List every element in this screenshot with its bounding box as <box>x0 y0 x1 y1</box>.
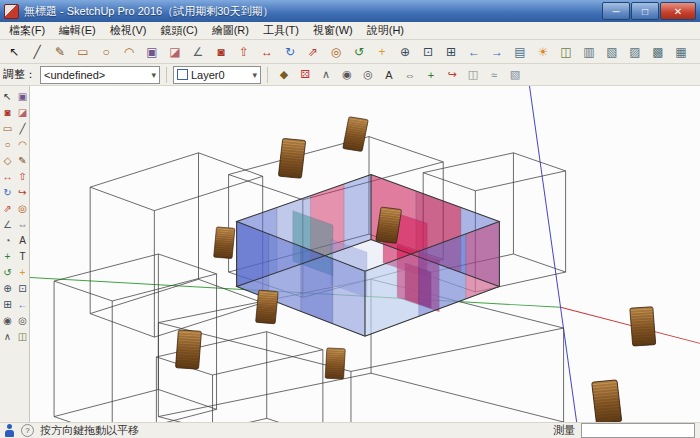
line-tool-icon[interactable]: ╱ <box>15 120 30 136</box>
offset-tool-icon[interactable]: ◎ <box>15 200 30 216</box>
text-tool-icon[interactable]: A <box>379 65 399 85</box>
adjust-combo[interactable]: <undefined> ▾ <box>40 66 160 84</box>
paint-bucket-icon[interactable]: ◙ <box>210 41 232 63</box>
menu-camera[interactable]: 鏡頭(C) <box>153 23 204 38</box>
fog-icon[interactable]: ≈ <box>484 65 504 85</box>
main-toolbar: ↖╱✎▭○◠▣◪∠◙⇧↔↻⇗◎↺+⊕⊡⊞←→▤☀◫▥▧▨▩▦ <box>0 40 700 64</box>
rotate-tool-icon[interactable]: ↻ <box>279 41 301 63</box>
menu-help[interactable]: 說明(H) <box>360 23 411 38</box>
x-ray-icon[interactable]: ▥ <box>578 41 600 63</box>
axes-icon[interactable]: + <box>0 248 15 264</box>
zoom-tool-icon[interactable]: ⊕ <box>394 41 416 63</box>
look-around-icon[interactable]: ◉ <box>337 65 357 85</box>
tape-measure-icon[interactable]: ∠ <box>187 41 209 63</box>
rectangle-tool-icon[interactable]: ▭ <box>0 120 15 136</box>
section-plane-icon[interactable]: ◫ <box>15 328 30 344</box>
line-tool-icon[interactable]: ╱ <box>26 41 48 63</box>
walk-icon[interactable]: ∧ <box>0 328 15 344</box>
monochrome-icon[interactable]: ▦ <box>670 41 692 63</box>
shadows-icon[interactable]: ☀ <box>532 41 554 63</box>
menu-draw[interactable]: 繪圖(R) <box>205 23 256 38</box>
menu-tools[interactable]: 工具(T) <box>256 23 306 38</box>
orbit-tool-icon[interactable]: ↺ <box>0 264 15 280</box>
previous-view-icon[interactable]: ← <box>15 296 30 312</box>
scale-tool-icon[interactable]: ⇗ <box>0 200 15 216</box>
textures-icon[interactable]: ▩ <box>647 41 669 63</box>
move-tool-icon[interactable]: ↔ <box>0 168 15 184</box>
circle-tool-icon[interactable]: ○ <box>0 136 15 152</box>
zoom-extents-icon[interactable]: ⊞ <box>440 41 462 63</box>
section-icon[interactable]: ◫ <box>463 65 483 85</box>
select-tool-icon[interactable]: ↖ <box>0 88 15 104</box>
follow-me-icon[interactable]: ↪ <box>15 184 30 200</box>
layer-combo-value: Layer0 <box>191 69 225 81</box>
layer-combo[interactable]: Layer0 ▾ <box>173 66 261 84</box>
select-tool-icon[interactable]: ↖ <box>3 41 25 63</box>
scale-tool-icon[interactable]: ⇗ <box>302 41 324 63</box>
wireframe-icon[interactable]: ▧ <box>601 41 623 63</box>
arc-tool-icon[interactable]: ◠ <box>118 41 140 63</box>
orbit-tool-icon[interactable]: ↺ <box>348 41 370 63</box>
minimize-button[interactable]: ─ <box>602 2 630 20</box>
make-component-icon[interactable]: ▣ <box>15 88 30 104</box>
adjust-combo-value: <undefined> <box>44 69 105 81</box>
measurement-input[interactable] <box>581 423 695 438</box>
eraser-tool-icon[interactable]: ◪ <box>164 41 186 63</box>
push-pull-icon[interactable]: ⇧ <box>233 41 255 63</box>
eraser-tool-icon[interactable]: ◪ <box>15 104 30 120</box>
menu-file[interactable]: 檔案(F) <box>2 23 52 38</box>
position-camera-icon[interactable]: ◎ <box>358 65 378 85</box>
next-view-icon[interactable]: → <box>486 41 508 63</box>
shaded-icon[interactable]: ▨ <box>624 41 646 63</box>
circle-tool-icon[interactable]: ○ <box>95 41 117 63</box>
position-camera-icon[interactable]: ◉ <box>0 312 15 328</box>
previous-view-icon[interactable]: ← <box>463 41 485 63</box>
person-icon[interactable] <box>5 424 15 437</box>
axes-icon[interactable]: + <box>421 65 441 85</box>
look-around-icon[interactable]: ◎ <box>15 312 30 328</box>
zoom-tool-icon[interactable]: ⊕ <box>0 280 15 296</box>
zoom-window-icon[interactable]: ⊡ <box>417 41 439 63</box>
menu-view[interactable]: 檢視(V) <box>103 23 154 38</box>
dimension-icon[interactable]: ⇔ <box>15 216 30 232</box>
title-bar[interactable]: 無標題 - SketchUp Pro 2016（試用期剩30天到期） ─ □ ✕ <box>0 0 700 22</box>
help-icon[interactable]: ? <box>21 424 34 437</box>
section-plane-icon[interactable]: ◫ <box>555 41 577 63</box>
arc-tool-icon[interactable]: ◠ <box>15 136 30 152</box>
menu-window[interactable]: 視窗(W) <box>306 23 360 38</box>
offset-tool-icon[interactable]: ◎ <box>325 41 347 63</box>
walk-icon[interactable]: ∧ <box>316 65 336 85</box>
sketchup-window: 無標題 - SketchUp Pro 2016（試用期剩30天到期） ─ □ ✕… <box>0 0 700 438</box>
chevron-down-icon: ▾ <box>151 70 156 80</box>
polygon-tool-icon[interactable]: ◇ <box>0 152 15 168</box>
status-bar: ? 按方向鍵拖動以平移 測量 <box>0 422 700 438</box>
3d-viewport[interactable] <box>30 86 700 422</box>
pan-tool-icon[interactable]: + <box>15 264 30 280</box>
rotate-tool-icon[interactable]: ↻ <box>0 184 15 200</box>
dimension-icon[interactable]: ⇔ <box>400 65 420 85</box>
menu-edit[interactable]: 編輯(E) <box>52 23 103 38</box>
paint-bucket-icon[interactable]: ◙ <box>0 104 15 120</box>
push-pull-icon[interactable]: ⇧ <box>15 168 30 184</box>
dice-icon[interactable]: ⚄ <box>295 65 315 85</box>
speaker <box>176 330 202 369</box>
text-tool-icon[interactable]: A <box>15 232 30 248</box>
style-icon[interactable]: ◆ <box>274 65 294 85</box>
freehand-tool-icon[interactable]: ✎ <box>49 41 71 63</box>
menu-bar: 檔案(F)編輯(E)檢視(V)鏡頭(C)繪圖(R)工具(T)視窗(W)說明(H) <box>0 22 700 40</box>
rectangle-tool-icon[interactable]: ▭ <box>72 41 94 63</box>
match-photo-icon[interactable]: ▧ <box>505 65 525 85</box>
zoom-window-icon[interactable]: ⊡ <box>15 280 30 296</box>
pan-tool-icon[interactable]: + <box>371 41 393 63</box>
freehand-tool-icon[interactable]: ✎ <box>15 152 30 168</box>
maximize-button[interactable]: □ <box>631 2 659 20</box>
protractor-icon[interactable]: ◔ <box>0 232 15 248</box>
close-button[interactable]: ✕ <box>660 2 696 20</box>
views-icon[interactable]: ▤ <box>509 41 531 63</box>
make-component-icon[interactable]: ▣ <box>141 41 163 63</box>
tape-measure-icon[interactable]: ∠ <box>0 216 15 232</box>
follow-me-icon[interactable]: ↪ <box>442 65 462 85</box>
move-tool-icon[interactable]: ↔ <box>256 41 278 63</box>
3d-text-icon[interactable]: T <box>15 248 30 264</box>
zoom-extents-icon[interactable]: ⊞ <box>0 296 15 312</box>
